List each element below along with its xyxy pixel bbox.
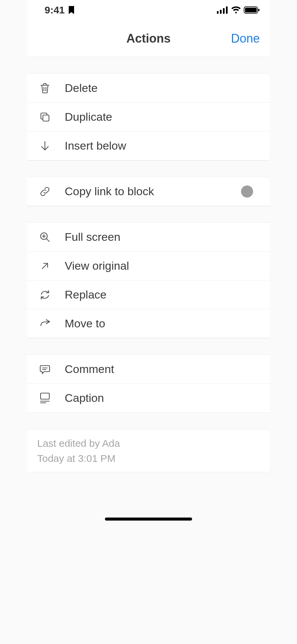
last-edited-time: Today at 3:01 PM <box>37 451 260 466</box>
done-button[interactable]: Done <box>231 32 260 46</box>
action-copy-link[interactable]: Copy link to block <box>27 177 270 206</box>
touch-indicator-icon <box>241 185 253 198</box>
magnify-plus-icon <box>39 231 51 243</box>
section-gap <box>27 413 270 429</box>
svg-rect-0 <box>217 11 219 14</box>
action-delete[interactable]: Delete <box>27 74 270 103</box>
section-gap <box>27 206 270 223</box>
duplicate-icon <box>39 111 51 123</box>
wifi-icon <box>231 6 241 14</box>
caption-icon <box>39 392 51 404</box>
action-insert-below[interactable]: Insert below <box>27 131 270 160</box>
action-move-to[interactable]: Move to <box>27 309 270 338</box>
svg-rect-1 <box>220 10 222 14</box>
arrow-right-icon <box>39 318 51 329</box>
actions-sheet: 9:41 <box>27 0 270 526</box>
svg-rect-9 <box>41 393 49 399</box>
arrow-down-icon <box>39 140 51 152</box>
svg-rect-2 <box>223 8 225 14</box>
action-label: Caption <box>65 391 104 405</box>
action-view-original[interactable]: View original <box>27 252 270 280</box>
action-caption[interactable]: Caption <box>27 384 270 413</box>
home-indicator[interactable] <box>105 518 192 521</box>
status-right <box>217 6 260 14</box>
sheet-title: Actions <box>126 32 171 46</box>
action-label: Insert below <box>65 139 126 152</box>
trash-icon <box>39 83 51 94</box>
svg-rect-7 <box>43 115 49 121</box>
action-comment[interactable]: Comment <box>27 355 270 384</box>
sheet-header: Actions Done <box>27 20 270 57</box>
action-duplicate[interactable]: Duplicate <box>27 103 270 131</box>
last-edited-by: Last edited by Ada <box>37 436 260 451</box>
svg-rect-3 <box>226 6 228 14</box>
action-label: Move to <box>65 317 105 330</box>
status-bar: 9:41 <box>27 0 270 20</box>
action-label: Copy link to block <box>65 185 154 198</box>
section-gap <box>27 160 270 177</box>
action-label: View original <box>65 259 129 272</box>
comment-icon <box>39 364 51 375</box>
arrow-up-right-icon <box>39 260 51 272</box>
section-gap <box>27 57 270 74</box>
link-icon <box>39 186 51 197</box>
svg-rect-6 <box>258 9 259 11</box>
status-left: 9:41 <box>45 4 75 16</box>
action-label: Comment <box>65 363 114 376</box>
action-full-screen[interactable]: Full screen <box>27 223 270 252</box>
svg-rect-5 <box>245 8 257 13</box>
cellular-signal-icon <box>217 6 228 14</box>
action-label: Full screen <box>65 230 120 244</box>
battery-icon <box>244 6 260 14</box>
action-label: Delete <box>65 82 98 95</box>
refresh-icon <box>39 289 51 301</box>
section-gap <box>27 338 270 355</box>
action-replace[interactable]: Replace <box>27 280 270 309</box>
action-label: Duplicate <box>65 110 112 123</box>
footer-info: Last edited by Ada Today at 3:01 PM <box>27 429 270 472</box>
bookmark-icon <box>68 6 75 14</box>
status-time: 9:41 <box>45 4 65 16</box>
action-label: Replace <box>65 288 107 301</box>
